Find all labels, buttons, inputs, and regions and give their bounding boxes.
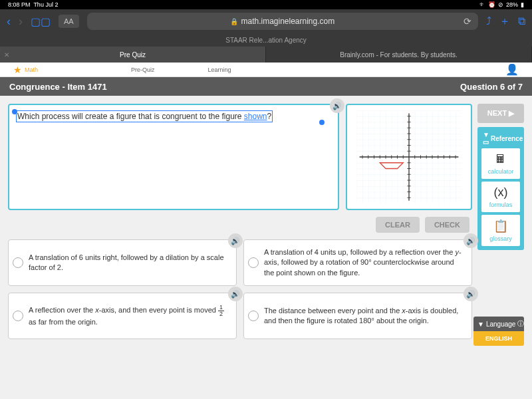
check-button[interactable]: CHECK (425, 217, 469, 233)
formulas-tool[interactable]: (x) formulas (481, 182, 520, 212)
answers-grid: 🔊 A translation of 6 units right, follow… (8, 239, 472, 339)
figure-graph (346, 104, 472, 210)
page-content: ★ Math Pre-Quiz Learning 👤 Congruence - … (0, 63, 532, 399)
shown-link[interactable]: shown (244, 112, 267, 121)
star-icon: ★ (13, 65, 22, 75)
alarm-icon: ⏰ (488, 1, 495, 8)
question-title: Congruence - Item 1471 (9, 82, 107, 92)
speaker-icon[interactable]: 🔊 (228, 233, 243, 248)
question-box: Which process will create a figure that … (8, 104, 339, 210)
coordinate-plane (352, 110, 466, 203)
tab-brainly[interactable]: Brainly.com - For students. By students. (266, 47, 532, 63)
selection-handle-icon[interactable] (12, 109, 17, 114)
answer-option-b[interactable]: 🔊 A translation of 4 units up, followed … (243, 239, 472, 286)
next-button[interactable]: NEXT ▶ (477, 104, 524, 123)
battery-percent: 28% (506, 1, 518, 8)
question-text[interactable]: Which process will create a figure that … (16, 110, 273, 122)
header-item-prequiz[interactable]: Pre-Quiz (131, 66, 155, 73)
browser-tabs: ✕ Pre Quiz Brainly.com - For students. B… (0, 47, 532, 63)
header-item-learning[interactable]: Learning (208, 66, 231, 73)
sidebar: NEXT ▶ ▼ ▭Reference 🖩 calculator (x) for… (477, 104, 524, 391)
reference-panel: ▼ ▭Reference 🖩 calculator (x) formulas 📋… (477, 127, 524, 250)
radio-d[interactable] (248, 311, 259, 321)
speaker-icon[interactable]: 🔊 (464, 287, 478, 301)
question-counter: Question 6 of 7 (460, 82, 523, 92)
language-panel: ▼ Language ⓘ ENGLISH (473, 317, 524, 346)
text-size-button[interactable]: AA (59, 15, 79, 28)
radio-a[interactable] (13, 257, 23, 268)
page-subtitle: STAAR Rele...ation Agency (0, 33, 532, 47)
bookmarks-icon[interactable]: ▢▢ (31, 15, 51, 28)
url-bar[interactable]: 🔒 math.imaginelearning.com ⟳ (87, 13, 478, 30)
status-right: ᯤ ⏰ ⊘ 28% ▮ (479, 1, 524, 8)
radio-b[interactable] (248, 257, 259, 268)
browser-toolbar: ‹ › ▢▢ AA 🔒 math.imaginelearning.com ⟳ ⤴… (0, 9, 532, 33)
status-time: 8:08 PM (8, 1, 31, 8)
tabs-overview-icon[interactable]: ⧉ (518, 15, 525, 27)
selection-handle-icon[interactable] (319, 120, 325, 125)
wifi-icon: ᯤ (479, 1, 485, 8)
lock-icon: 🔒 (230, 18, 238, 25)
calculator-tool[interactable]: 🖩 calculator (481, 148, 520, 179)
app-header: ★ Math Pre-Quiz Learning 👤 (0, 63, 532, 77)
clear-button[interactable]: CLEAR (376, 217, 420, 233)
forward-button[interactable]: › (19, 15, 23, 29)
device-status-bar: 8:08 PM Thu Jul 2 ᯤ ⏰ ⊘ 28% ▮ (0, 0, 532, 9)
speaker-icon[interactable]: 🔊 (330, 98, 344, 113)
speaker-icon[interactable]: 🔊 (464, 233, 478, 248)
tab-prequiz[interactable]: ✕ Pre Quiz (0, 47, 266, 63)
glossary-tool[interactable]: 📋 glossary (481, 215, 520, 246)
share-icon[interactable]: ⤴ (486, 15, 491, 27)
answer-option-d[interactable]: 🔊 The distance between every point and t… (243, 293, 472, 339)
question-header: Congruence - Item 1471 Question 6 of 7 (0, 77, 532, 96)
answer-option-a[interactable]: 🔊 A translation of 6 units right, follow… (8, 239, 237, 286)
status-date: Thu Jul 2 (33, 1, 58, 8)
speaker-icon[interactable]: 🔊 (228, 287, 243, 301)
answer-option-c[interactable]: 🔊 A reflection over the x-axis, and then… (8, 293, 237, 339)
back-button[interactable]: ‹ (7, 15, 11, 29)
main-area: Which process will create a figure that … (0, 96, 532, 399)
reload-icon[interactable]: ⟳ (464, 16, 471, 27)
action-buttons: CLEAR CHECK (8, 217, 472, 233)
avatar-icon[interactable]: 👤 (505, 63, 519, 76)
radio-c[interactable] (13, 311, 23, 321)
close-icon[interactable]: ✕ (4, 51, 9, 59)
glossary-icon: 📋 (493, 219, 508, 233)
url-text: math.imaginelearning.com (241, 17, 334, 26)
language-english-button[interactable]: ENGLISH (473, 331, 524, 346)
language-header[interactable]: ▼ Language ⓘ (473, 317, 524, 331)
app-logo: ★ Math (13, 65, 38, 75)
formula-icon: (x) (494, 186, 508, 200)
calculator-icon: 🖩 (495, 152, 507, 166)
battery-icon: ▮ (521, 1, 524, 8)
reference-header[interactable]: ▼ ▭Reference (480, 130, 521, 147)
new-tab-icon[interactable]: ＋ (499, 15, 510, 29)
rotation-lock-icon: ⊘ (498, 1, 503, 8)
